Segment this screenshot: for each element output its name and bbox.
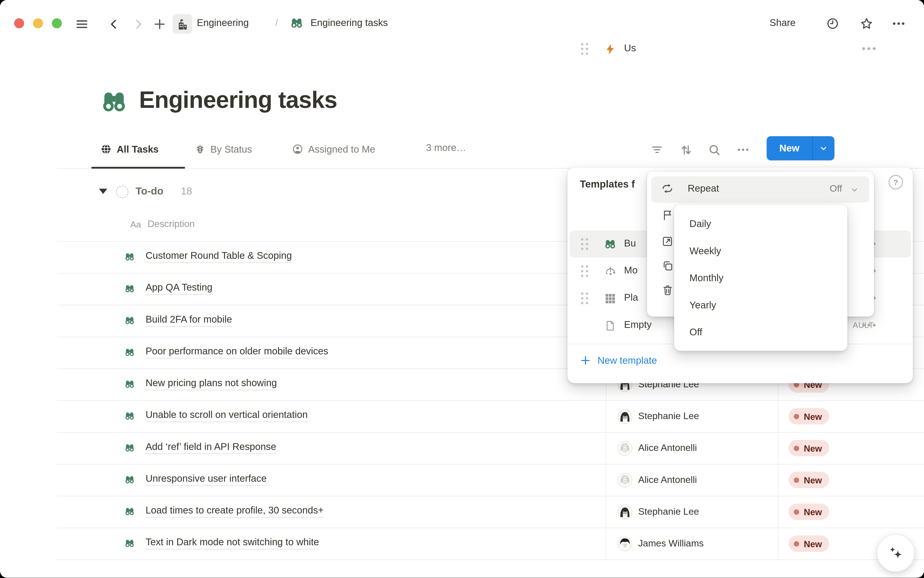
back-icon[interactable] [106, 16, 122, 32]
more-options-icon[interactable] [891, 16, 906, 31]
menu-item-yearly[interactable]: Yearly [677, 291, 845, 318]
status-cell[interactable]: New [788, 528, 829, 560]
new-template-button[interactable]: New template [580, 355, 657, 366]
clock-icon[interactable] [825, 16, 840, 31]
assignee-name: Alice Antonelli [638, 474, 697, 485]
assignee-name: Stephanie Lee [638, 507, 699, 517]
tab-all-tasks[interactable]: All Tasks [100, 140, 159, 158]
plus-icon[interactable] [152, 16, 167, 32]
hamburger-icon[interactable] [75, 16, 90, 32]
task-title[interactable]: App QA Testing [146, 282, 212, 295]
person-icon [292, 143, 303, 155]
status-dot [794, 445, 799, 451]
repeat-menu-item[interactable]: Repeat Off [651, 176, 869, 203]
assignee-cell[interactable]: James Williams [618, 528, 704, 560]
star-icon[interactable] [859, 16, 874, 31]
binoculars-icon [125, 379, 135, 390]
assignee-cell[interactable]: Stephanie Lee [618, 400, 699, 432]
new-button[interactable]: New [767, 136, 835, 160]
duplicate-icon [661, 260, 674, 273]
breadcrumb-page[interactable]: Engineering tasks [311, 17, 388, 28]
menu-item-daily[interactable]: Daily [677, 210, 845, 237]
traffic-light-close[interactable] [14, 18, 24, 28]
status-cell[interactable]: New [788, 432, 829, 464]
assignee-cell[interactable]: Alice Antonelli [618, 432, 697, 464]
task-title[interactable]: Build 2FA for mobile [146, 314, 232, 327]
table-row[interactable]: Load times to create profile, 30 seconds… [0, 496, 924, 528]
table-row[interactable]: Add ‘ref’ field in API Response Alice An… [0, 432, 924, 464]
table-row[interactable]: Text in Dark mode not switching to white… [0, 528, 924, 560]
status-badge[interactable]: New [788, 472, 829, 488]
menu-item-off[interactable]: Off [677, 318, 845, 346]
page-binoculars-icon[interactable] [100, 88, 128, 116]
tab-label: All Tasks [117, 143, 159, 155]
status-cell[interactable]: New [788, 464, 829, 496]
traffic-light-zoom[interactable] [52, 18, 62, 28]
task-title[interactable]: Poor performance on older mobile devices [146, 346, 328, 359]
avatar-alice [618, 441, 632, 455]
status-badge[interactable]: New [788, 536, 829, 552]
status-badge[interactable]: New [788, 440, 829, 456]
teamspace-building-icon[interactable] [173, 14, 192, 34]
ai-sparkle-button[interactable] [877, 534, 914, 572]
template-label: Empty [624, 319, 652, 330]
status-badge[interactable]: New [788, 408, 829, 425]
drag-handle-icon[interactable] [581, 43, 589, 55]
template-row[interactable]: Us [570, 36, 911, 63]
avatar-james [618, 536, 632, 551]
task-title[interactable]: Unable to scroll on vertical orientation [146, 409, 308, 422]
search-icon[interactable] [706, 141, 723, 158]
column-header-label: Description [148, 219, 195, 229]
breadcrumb-team[interactable]: Engineering [197, 17, 249, 28]
assignee-cell[interactable]: Alice Antonelli [618, 464, 697, 496]
filter-icon[interactable] [649, 141, 665, 158]
template-label: Mo [624, 265, 637, 276]
tab-by-status[interactable]: By Status [195, 140, 252, 158]
task-title[interactable]: Text in Dark mode not switching to white [146, 537, 319, 550]
drag-handle-icon[interactable] [581, 238, 589, 250]
chevron-down-icon[interactable] [812, 144, 835, 153]
new-button-label[interactable]: New [767, 143, 812, 154]
template-options-icon[interactable] [862, 47, 875, 50]
task-title[interactable]: New pricing plans not showing [146, 377, 277, 390]
sort-icon[interactable] [678, 141, 694, 158]
status-dot [794, 509, 799, 515]
binoculars-icon [125, 443, 135, 453]
tab-assigned-to-me[interactable]: Assigned to Me [292, 140, 375, 158]
group-collapse-toggle[interactable] [99, 189, 107, 194]
group-name[interactable]: To-do [136, 185, 164, 197]
template-options-icon[interactable] [862, 323, 875, 326]
status-label: New [804, 411, 822, 421]
table-row[interactable]: Unable to scroll on vertical orientation… [0, 400, 924, 432]
tab-label: By Status [210, 143, 252, 155]
task-title[interactable]: Unresponsive user interface [146, 473, 267, 486]
task-title[interactable]: Add ‘ref’ field in API Response [146, 441, 276, 454]
task-title[interactable]: Customer Round Table & Scoping [146, 250, 292, 263]
share-button[interactable]: Share [770, 17, 796, 28]
menu-item-weekly[interactable]: Weekly [677, 237, 845, 264]
page-title[interactable]: Engineering tasks [139, 87, 337, 113]
traffic-light-minimize[interactable] [33, 18, 43, 28]
column-header-description[interactable]: Aa Description [130, 219, 195, 229]
status-cell[interactable]: New [788, 496, 829, 528]
view-options-icon[interactable] [735, 141, 752, 158]
assignee-cell[interactable]: Stephanie Lee [618, 496, 699, 528]
task-title[interactable]: Load times to create profile, 30 seconds… [146, 505, 324, 518]
new-template-label: New template [598, 355, 657, 366]
forward-icon[interactable] [131, 16, 146, 32]
plus-icon [580, 355, 591, 366]
repeat-options-menu: Daily Weekly Monthly Yearly Off [674, 205, 848, 351]
binoculars-icon [125, 411, 135, 422]
question-icon[interactable]: ? [888, 175, 903, 189]
menu-item-monthly[interactable]: Monthly [677, 264, 845, 291]
drag-handle-icon[interactable] [581, 292, 589, 304]
status-label: New [804, 443, 822, 453]
status-label: New [804, 507, 822, 517]
more-views-link[interactable]: 3 more… [426, 142, 466, 153]
avatar-alice [618, 472, 632, 487]
status-badge[interactable]: New [788, 503, 829, 520]
template-label: Bu [624, 238, 636, 249]
table-row[interactable]: Unresponsive user interface Alice Antone… [0, 464, 924, 496]
status-cell[interactable]: New [788, 400, 829, 432]
drag-handle-icon[interactable] [581, 265, 589, 277]
